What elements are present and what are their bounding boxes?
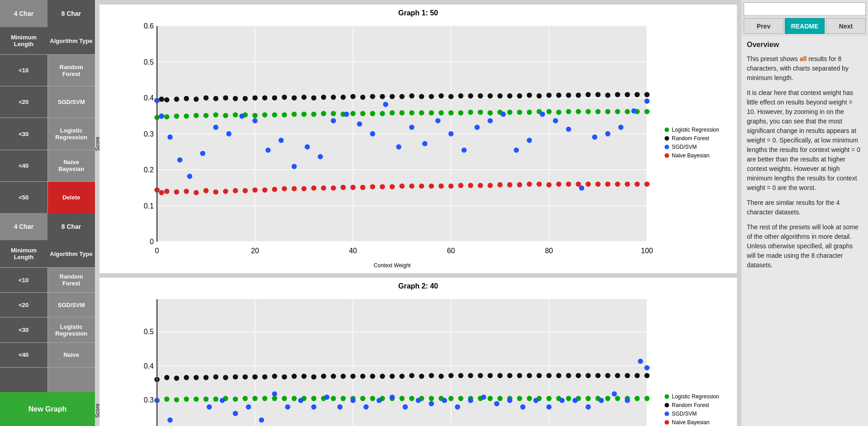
char4-button-1[interactable]: 4 Char: [0, 0, 47, 27]
svg-point-56: [439, 184, 444, 189]
algo-cell-s2-2[interactable]: LogisticRegression: [47, 317, 95, 342]
svg-point-134: [184, 96, 189, 101]
svg-point-85: [213, 112, 219, 118]
algo-row-1: <20 SGD/SVM: [0, 86, 95, 118]
legend-label-lr-1: Logistic Regression: [672, 127, 719, 133]
svg-point-221: [644, 99, 650, 104]
svg-point-386: [507, 373, 513, 378]
svg-point-360: [252, 374, 258, 379]
svg-point-389: [537, 373, 542, 378]
svg-point-345: [605, 396, 611, 401]
svg-point-301: [174, 397, 179, 402]
algo-cell-s2-3[interactable]: Naive: [47, 342, 95, 367]
new-graph-button[interactable]: New Graph: [0, 392, 95, 426]
svg-point-329: [448, 396, 454, 401]
svg-point-354: [193, 375, 199, 380]
svg-point-166: [497, 93, 503, 99]
length-cell-0: <10: [0, 54, 47, 86]
svg-point-55: [429, 184, 434, 189]
svg-point-369: [340, 374, 346, 379]
svg-point-65: [527, 181, 532, 187]
svg-point-380: [448, 373, 454, 378]
svg-point-147: [311, 95, 316, 101]
algo-cell-2[interactable]: LogisticRegression: [47, 118, 95, 149]
svg-point-393: [576, 373, 581, 378]
svg-point-418: [377, 398, 382, 403]
svg-point-149: [331, 95, 336, 100]
svg-point-72: [595, 181, 601, 187]
svg-point-327: [429, 396, 434, 401]
legend-item-svm-2: SGD/SVM: [665, 411, 732, 417]
svg-point-153: [370, 94, 375, 99]
svg-point-76: [635, 181, 640, 187]
svg-point-41: [292, 186, 297, 192]
legend-dot-lr-2: [665, 394, 669, 399]
svg-point-40: [282, 186, 287, 192]
svg-point-220: [631, 109, 637, 114]
svg-point-144: [282, 95, 287, 100]
graph-2-container: Graph 2: 40 Score: [99, 278, 737, 426]
svg-text:0.5: 0.5: [144, 58, 154, 66]
svg-point-89: [252, 113, 258, 118]
header-row-1: Minimum Length Algorithm Type: [0, 27, 95, 54]
length-cell-1: <20: [0, 86, 47, 118]
svg-point-170: [537, 93, 542, 99]
svg-point-87: [233, 112, 238, 118]
svg-point-145: [292, 95, 297, 101]
next-button[interactable]: Next: [826, 18, 866, 34]
svg-point-27: [159, 190, 165, 195]
min-length-header-1: Minimum Length: [0, 27, 47, 54]
svg-point-59: [468, 183, 473, 188]
svg-point-397: [615, 373, 620, 378]
svg-point-86: [223, 113, 228, 118]
svg-point-172: [556, 93, 561, 98]
sidebar-section-1: 4 Char 8 Char Minimum Length Algorithm T…: [0, 0, 95, 213]
algo-cell-1[interactable]: SGD/SVM: [47, 86, 95, 118]
svg-point-190: [239, 114, 245, 119]
algo-row-4: <50 Delete: [0, 181, 95, 213]
char4-button-2[interactable]: 4 Char: [0, 213, 47, 240]
svg-point-161: [448, 94, 454, 99]
svg-point-201: [383, 102, 388, 107]
algo-cell-s2-1[interactable]: SGD/SVM: [47, 292, 95, 317]
svg-point-94: [302, 112, 307, 117]
svg-point-381: [458, 373, 463, 378]
main-content: Graph 1: 50 Score: [95, 0, 741, 426]
svg-point-122: [576, 109, 581, 114]
sidebar: 4 Char 8 Char Minimum Length Algorithm T…: [0, 0, 95, 426]
svg-point-346: [615, 396, 620, 401]
graph-1-legend: Logistic Regression Random Forest SGD/SV…: [660, 19, 732, 269]
svg-point-392: [566, 373, 571, 378]
algo-cell-s2-0[interactable]: RandomForest: [47, 267, 95, 292]
svg-point-168: [517, 93, 523, 99]
delete-button-1[interactable]: Delete: [47, 181, 95, 213]
svg-point-341: [566, 396, 571, 401]
algo-cell-0[interactable]: RandomForest: [47, 54, 95, 86]
char8-button-1[interactable]: 8 Char: [47, 0, 95, 27]
svg-point-437: [625, 398, 630, 403]
svg-point-216: [579, 185, 585, 191]
char8-button-2[interactable]: 8 Char: [47, 213, 95, 240]
svg-point-110: [458, 110, 463, 116]
algo-cell-3[interactable]: NaiveBayesian: [47, 150, 95, 181]
svg-point-382: [468, 373, 473, 378]
svg-text:0: 0: [150, 238, 154, 246]
svg-point-371: [360, 374, 366, 379]
svg-point-432: [559, 398, 565, 403]
svg-point-367: [321, 374, 326, 379]
svg-point-423: [442, 398, 447, 403]
svg-point-206: [448, 131, 454, 137]
svg-point-303: [193, 396, 199, 402]
svg-point-126: [615, 109, 620, 114]
readme-button[interactable]: README: [785, 18, 825, 34]
legend-label-nb-2: Naive Bayesian: [672, 419, 709, 426]
overview-para-4: The rest of the presets will look at som…: [747, 222, 863, 270]
right-panel-content: Overview This preset shows all results f…: [741, 36, 868, 426]
search-input[interactable]: [744, 2, 866, 16]
svg-point-313: [292, 396, 297, 401]
prev-button[interactable]: Prev: [744, 18, 783, 34]
svg-point-414: [324, 394, 330, 400]
svg-point-48: [360, 185, 366, 190]
svg-point-106: [419, 110, 425, 116]
svg-point-373: [380, 374, 385, 379]
